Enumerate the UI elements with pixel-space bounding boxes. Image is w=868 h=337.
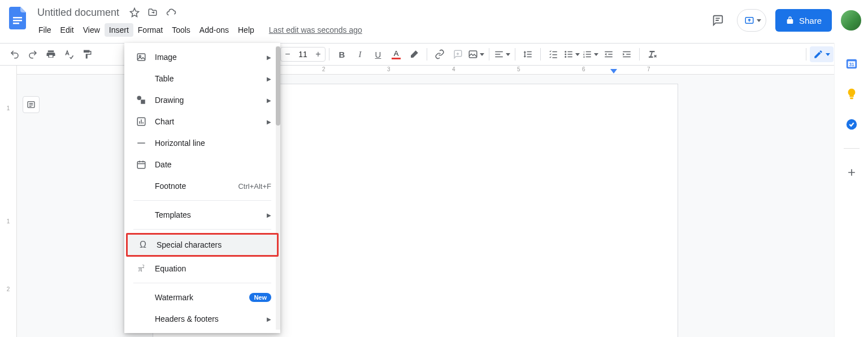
insert-menu-dropdown: Image▶ Table▶ Drawing▶ Chart▶ Horizontal… bbox=[124, 43, 280, 333]
bold-button[interactable]: B bbox=[334, 46, 350, 62]
insert-footnote-item[interactable]: Footnote Ctrl+Alt+F bbox=[124, 175, 280, 197]
titlebar: Untitled document File Edit View Insert … bbox=[0, 0, 868, 43]
decrease-font-button[interactable]: − bbox=[281, 46, 294, 62]
editing-mode-button[interactable] bbox=[810, 46, 834, 62]
numbered-list-button[interactable] bbox=[582, 46, 598, 62]
docs-logo[interactable] bbox=[7, 6, 29, 31]
menu-tools[interactable]: Tools bbox=[167, 23, 195, 37]
font-size-stepper[interactable]: − 11 + bbox=[280, 47, 326, 62]
print-button[interactable] bbox=[43, 46, 59, 62]
svg-rect-15 bbox=[137, 162, 145, 168]
paint-format-button[interactable] bbox=[79, 46, 95, 62]
line-spacing-button[interactable] bbox=[520, 46, 536, 62]
align-button[interactable] bbox=[494, 46, 510, 62]
insert-date-item[interactable]: Date bbox=[124, 154, 280, 175]
insert-special-characters-item[interactable]: Ω Special characters bbox=[126, 233, 279, 257]
text-color-button[interactable]: A bbox=[388, 46, 404, 62]
add-comment-button[interactable] bbox=[450, 46, 466, 62]
insert-watermark-item[interactable]: Watermark New bbox=[124, 287, 280, 308]
insert-horizontal-line-item[interactable]: Horizontal line bbox=[124, 132, 280, 154]
keep-addon-icon[interactable] bbox=[845, 87, 858, 101]
italic-button[interactable]: I bbox=[352, 46, 368, 62]
avatar[interactable] bbox=[841, 10, 861, 31]
drawing-icon bbox=[133, 95, 149, 105]
decrease-indent-button[interactable] bbox=[601, 46, 617, 62]
star-icon[interactable] bbox=[129, 7, 140, 18]
present-button[interactable] bbox=[737, 9, 766, 32]
menu-edit[interactable]: Edit bbox=[56, 23, 79, 37]
calendar-addon-icon[interactable]: 31 bbox=[845, 57, 858, 70]
share-label: Share bbox=[799, 16, 822, 25]
chevron-down-icon bbox=[757, 19, 761, 22]
svg-rect-19 bbox=[850, 97, 853, 99]
insert-chart-item[interactable]: Chart▶ bbox=[124, 111, 280, 132]
svg-rect-1 bbox=[13, 20, 22, 21]
last-edit-link[interactable]: Last edit was seconds ago bbox=[269, 25, 362, 34]
insert-drawing-item[interactable]: Drawing▶ bbox=[124, 89, 280, 111]
svg-point-11 bbox=[137, 96, 142, 101]
omega-icon: Ω bbox=[135, 240, 151, 250]
svg-point-6 bbox=[565, 54, 566, 55]
insert-headers-footers-item[interactable]: Headers & footers▶ bbox=[124, 308, 280, 330]
svg-rect-0 bbox=[13, 17, 22, 19]
image-icon bbox=[133, 52, 149, 62]
menu-file[interactable]: File bbox=[34, 23, 56, 37]
clear-formatting-button[interactable] bbox=[644, 46, 660, 62]
svg-point-5 bbox=[565, 51, 566, 53]
svg-rect-14 bbox=[137, 142, 145, 144]
vertical-ruler: 1 1 2 bbox=[0, 66, 17, 337]
get-addons-icon[interactable] bbox=[845, 166, 858, 179]
menu-help[interactable]: Help bbox=[233, 23, 259, 37]
undo-button[interactable] bbox=[7, 46, 23, 62]
menu-divider bbox=[133, 283, 271, 283]
show-outline-button[interactable] bbox=[23, 96, 40, 113]
insert-link-button[interactable] bbox=[432, 46, 448, 62]
side-panel: 31 bbox=[834, 43, 868, 337]
menu-divider bbox=[133, 200, 271, 201]
insert-image-button[interactable] bbox=[468, 46, 484, 62]
pi-icon: π2 bbox=[133, 264, 149, 274]
insert-templates-item[interactable]: Templates▶ bbox=[124, 204, 280, 226]
insert-equation-item[interactable]: π2 Equation bbox=[124, 258, 280, 279]
menu-divider bbox=[133, 229, 271, 230]
menubar: File Edit View Insert Format Tools Add-o… bbox=[34, 21, 362, 38]
share-button[interactable]: Share bbox=[775, 9, 832, 32]
spellcheck-button[interactable] bbox=[61, 46, 77, 62]
menu-view[interactable]: View bbox=[79, 23, 105, 37]
menu-format[interactable]: Format bbox=[133, 23, 167, 37]
insert-image-item[interactable]: Image▶ bbox=[124, 46, 280, 68]
hline-icon bbox=[133, 138, 149, 148]
date-icon bbox=[133, 159, 149, 170]
highlight-button[interactable] bbox=[406, 46, 422, 62]
increase-indent-button[interactable] bbox=[619, 46, 635, 62]
comments-icon[interactable] bbox=[708, 10, 728, 31]
bulleted-list-button[interactable] bbox=[563, 46, 580, 62]
chart-icon bbox=[133, 116, 149, 127]
insert-table-item[interactable]: Table▶ bbox=[124, 68, 280, 89]
menu-insert[interactable]: Insert bbox=[105, 23, 133, 37]
svg-rect-9 bbox=[137, 54, 145, 61]
svg-rect-2 bbox=[13, 23, 19, 24]
right-indent-marker[interactable] bbox=[610, 69, 617, 75]
checklist-button[interactable] bbox=[545, 46, 561, 62]
move-icon[interactable] bbox=[147, 7, 158, 18]
svg-point-7 bbox=[565, 56, 566, 58]
menu-addons[interactable]: Add-ons bbox=[195, 23, 233, 37]
font-size-value[interactable]: 11 bbox=[294, 50, 311, 59]
increase-font-button[interactable]: + bbox=[311, 46, 325, 62]
tasks-addon-icon[interactable] bbox=[845, 118, 858, 131]
cloud-icon[interactable] bbox=[166, 7, 177, 18]
svg-text:31: 31 bbox=[849, 62, 854, 67]
document-title[interactable]: Untitled document bbox=[34, 6, 123, 20]
underline-button[interactable]: U bbox=[370, 46, 386, 62]
svg-rect-12 bbox=[141, 100, 145, 104]
new-badge: New bbox=[249, 293, 271, 302]
redo-button[interactable] bbox=[25, 46, 41, 62]
